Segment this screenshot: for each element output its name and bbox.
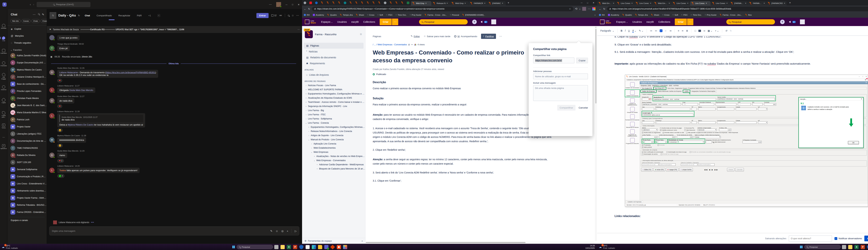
nav-usuarios[interactable]: Usuários xyxy=(337,21,347,23)
mention[interactable]: Giulia Melo Das Mercês xyxy=(69,89,93,92)
quoted-message[interactable]: Giulia Melo Das Mercês 13/11/2025 11:27 … xyxy=(59,115,143,122)
bookmark[interactable]: Share xyxy=(651,14,659,16)
tree-item[interactable]: Release Notes/Informativos - Linx Conect… xyxy=(305,129,365,133)
message[interactable]: G Lidiane Malacarne - Demanda do travame… xyxy=(49,70,300,78)
weather-widget[interactable]: 8 ☁ 23°CPred. nublado xyxy=(599,245,615,249)
browser-tab-active[interactable]: Linx Conec xyxy=(690,1,711,5)
refresh-icon[interactable] xyxy=(603,8,606,10)
paragraph-style-select[interactable]: Parágrafo xyxy=(600,29,614,32)
nav-collections[interactable]: Collections xyxy=(363,21,375,23)
rail-turnos[interactable]: LTurnos xyxy=(0,124,7,129)
browser-tab-active[interactable]: Web Emp xyxy=(411,1,431,5)
chat-item[interactable]: ▦Semanal Softpharma xyxy=(7,166,47,173)
back-icon[interactable] xyxy=(599,8,601,10)
tree-item[interactable]: Atualizações - Notas de versões no Web E… xyxy=(305,154,365,158)
chat-item[interactable]: ▦Comunicação e Produto | Reforma Tributá… xyxy=(7,173,47,180)
message[interactable]: L Obrigada Giulia Melo Das Mercês xyxy=(49,88,300,93)
close-tab-icon[interactable] xyxy=(502,3,503,4)
bookmark-folder[interactable]: ITEC xyxy=(681,14,688,16)
chat-item[interactable]: PPatricia Loch xyxy=(7,116,47,123)
tree-item[interactable]: Atualizações de Alíquotas Estaduais do I… xyxy=(305,96,365,100)
quick-copilot[interactable]: ◈Copilot xyxy=(7,26,47,32)
share-search[interactable]: Pesquisar xyxy=(726,19,775,25)
browser-tab[interactable]: Web Empre xyxy=(653,1,671,5)
browser-tab[interactable]: [FARMACR xyxy=(729,1,748,5)
tree-item[interactable]: Adicionar Cartão Dependente - WebEmpresa… xyxy=(305,162,365,167)
powerpoint-icon[interactable]: P xyxy=(861,245,865,249)
message[interactable]: G#amo xyxy=(49,153,300,158)
quick-mencoes[interactable]: @Menções xyxy=(7,32,47,39)
chat-item[interactable]: ▦Reforma Tributária - BIG/SOFT - Planeja… xyxy=(7,201,47,209)
add-tab-icon[interactable] xyxy=(158,14,160,17)
tab-compartilhado[interactable]: Compartilhado xyxy=(96,14,112,17)
chat-item[interactable]: ▦Projeto Xavier xyxy=(7,123,47,130)
browser-tab[interactable]: Linx Conec xyxy=(672,1,690,5)
close-tab-icon[interactable] xyxy=(669,3,670,4)
help-icon[interactable]: ? xyxy=(472,20,477,24)
close-tab-icon[interactable] xyxy=(706,3,707,4)
bookmarks-overflow-icon[interactable] xyxy=(595,14,595,16)
filter-canais[interactable]: Canais xyxy=(22,19,31,23)
bookmark[interactable]: RH xyxy=(304,14,310,16)
linx-favicon[interactable] xyxy=(401,2,404,4)
editor-content[interactable]: 8. Clique na subaba 'LGPD' e selecione o… xyxy=(597,36,868,233)
nav-back-icon[interactable] xyxy=(30,3,31,6)
cancel-button[interactable]: Cancelar xyxy=(579,106,588,109)
rail-aplicativos[interactable]: +Aplicativos xyxy=(0,144,7,149)
chat-item[interactable]: CChristian Paulo Mestre xyxy=(7,95,47,102)
share-submit-button[interactable]: Compartilhar xyxy=(557,105,576,111)
red-app-icon[interactable] xyxy=(330,245,335,249)
bookmark[interactable]: Quadro xyxy=(327,14,337,16)
tree-item[interactable]: Notícias Fiscais - Linx Farma xyxy=(305,83,365,88)
globe-favicon[interactable] xyxy=(384,2,386,4)
edge-icon[interactable] xyxy=(312,245,316,249)
taskbar-search[interactable]: Pesquisar xyxy=(237,245,273,249)
bookmark-folder[interactable]: Time Doc. xyxy=(396,14,407,16)
tree-item[interactable]: Linx Farma - Softpharma xyxy=(305,117,365,121)
chat-item[interactable]: ▦Linx Cross - Entendimento Versões/Relea… xyxy=(7,180,47,187)
tree-item[interactable]: Bloqueio de Cadastro para Menores de 18 … xyxy=(305,167,365,171)
indent-icon[interactable]: ⇥ xyxy=(669,30,671,32)
rail-chat[interactable]: Chat xyxy=(0,36,7,41)
views-count[interactable]: 4 views xyxy=(417,43,425,46)
space-tools[interactable]: Ferramentas do espaço « xyxy=(302,238,365,244)
panel-more-icon[interactable] xyxy=(33,13,36,16)
create-more-button[interactable] xyxy=(392,19,398,25)
rail-onedrive[interactable]: OneDrive xyxy=(0,86,7,90)
bookmark-folder[interactable]: Soft xyxy=(378,14,383,16)
update-button[interactable]: Atualizar xyxy=(864,236,868,241)
rail-chamadas[interactable]: Chamadas xyxy=(0,61,7,66)
app-window-icon[interactable] xyxy=(274,245,278,249)
tree-item[interactable]: Segurança da Informação SNGPC - Linx xyxy=(305,104,365,108)
nav-espacos[interactable]: Espaços xyxy=(616,21,628,23)
erp-editar-button[interactable]: Editar (F2) xyxy=(641,168,653,171)
tree-item[interactable]: Aplicação Linx Conecta xyxy=(305,142,365,146)
browser-tab[interactable]: [FARMACRO xyxy=(767,1,786,5)
chat-item[interactable]: EEquipe Documentação (AS MELHORES) xyxy=(7,59,47,66)
reaction-check-count[interactable]: ✓4 xyxy=(57,174,64,178)
new-tab-icon[interactable] xyxy=(789,1,791,4)
bookmark-folder[interactable]: Time Doc. xyxy=(691,14,702,16)
new-tab-icon[interactable] xyxy=(507,1,509,4)
bookmark[interactable]: [FARMABBD-81580]... xyxy=(462,14,485,16)
chat-item[interactable]: RRafaela Da Silveira xyxy=(7,152,47,159)
erp-incluir-button[interactable]: ⊕Incluir (F5) xyxy=(653,168,665,171)
chat-item[interactable]: ▦Projeto Xavier Farma - Alinhamento com … xyxy=(7,194,47,201)
chat-item[interactable]: MMylena Ribeiro De Castro xyxy=(7,66,47,73)
tree-item[interactable]: Manual do Produto - Linx Conecta xyxy=(305,137,365,142)
bookmark-folder[interactable]: Cross xyxy=(367,14,374,16)
message[interactable]: L Todos falta apenas um pulses para resp… xyxy=(49,168,300,173)
bookmark[interactable]: Academy xyxy=(608,14,619,16)
tab-chat[interactable]: Chat xyxy=(85,14,90,17)
jira-link[interactable]: https://jira.linx.com.br/browse/FARMABBD… xyxy=(106,71,155,74)
reaction-laugh[interactable] xyxy=(57,144,63,147)
chat-item[interactable]: DDocumentações do time de Cross xyxy=(7,137,47,145)
download-icon[interactable]: ↓ xyxy=(579,7,581,10)
watch-button[interactable]: WAcompanhando xyxy=(454,35,477,38)
close-tab-icon[interactable] xyxy=(425,3,427,4)
quick-threads[interactable]: ◌Threads seguidos xyxy=(7,39,47,46)
start-button[interactable] xyxy=(800,246,803,248)
close-icon[interactable] xyxy=(593,2,594,4)
format-icon[interactable] xyxy=(270,230,273,232)
close-tab-icon[interactable] xyxy=(465,3,466,4)
